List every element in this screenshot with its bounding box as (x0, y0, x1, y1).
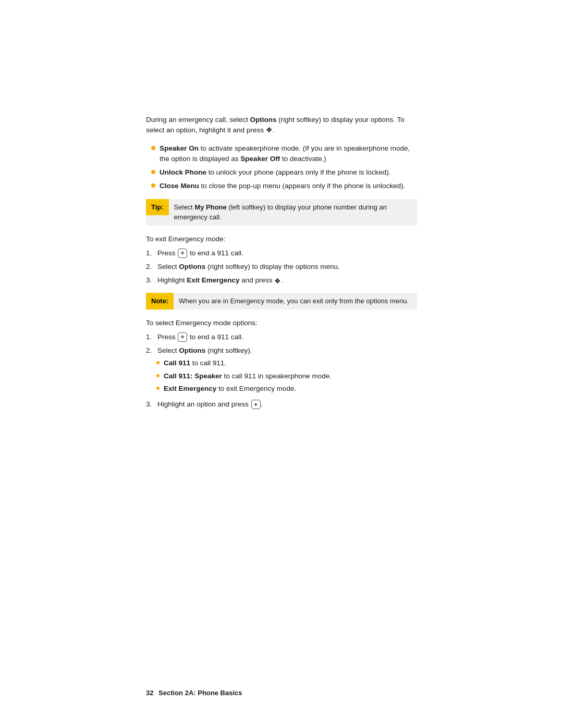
list-item: Close Menu to close the pop-up menu (app… (151, 181, 417, 191)
select-step-3-text: Highlight an option and press ●. (157, 399, 263, 410)
tip-content: Select My Phone (left softkey) to displa… (169, 199, 417, 226)
list-item: 2. Select Options (right softkey) to dis… (146, 262, 417, 272)
sub-bullet-3: Exit Emergency to exit Emergency mode. (164, 384, 296, 394)
page-footer: 32 Section 2A: Phone Basics (146, 689, 242, 697)
exit-step-1-text: Press ✈ to end a 911 call. (157, 248, 243, 258)
section-name: Section 2A: Phone Basics (158, 689, 242, 697)
main-bullet-list: Speaker On to activate speakerphone mode… (151, 143, 417, 192)
list-item: 1. Press ✈ to end a 911 call. (146, 332, 417, 342)
list-item: Speaker On to activate speakerphone mode… (151, 143, 417, 165)
page-number: 32 (146, 689, 153, 697)
intro-paragraph: During an emergency call, select Options… (146, 115, 417, 136)
bullet-dot-icon (151, 146, 155, 150)
list-item: 3. Highlight an option and press ●. (146, 399, 417, 410)
content-area: During an emergency call, select Options… (146, 115, 417, 410)
page: During an emergency call, select Options… (0, 0, 563, 728)
sub-bullet-dot-icon (156, 361, 160, 364)
list-item: 2. Select Options (right softkey). Call … (146, 346, 417, 396)
tip-label: Tip: (146, 199, 169, 216)
bullet-item-2-text: Unlock Phone to unlock your phone (appea… (160, 167, 390, 178)
select-step-1-text: Press ✈ to end a 911 call. (157, 332, 243, 342)
select-section-heading: To select Emergency mode options: (146, 319, 417, 327)
end-call-icon-2: ✈ (178, 332, 187, 342)
note-content: When you are in Emergency mode, you can … (174, 293, 417, 310)
list-item: Unlock Phone to unlock your phone (appea… (151, 167, 417, 178)
exit-section-heading: To exit Emergency mode: (146, 235, 417, 243)
sub-bullet-2: Call 911: Speaker to call 911 in speaker… (164, 371, 332, 381)
select-steps-list: 1. Press ✈ to end a 911 call. 2. Select … (146, 332, 417, 410)
sub-bullet-dot-icon (156, 374, 160, 377)
exit-steps-list: 1. Press ✈ to end a 911 call. 2. Select … (146, 248, 417, 286)
bullet-item-1-text: Speaker On to activate speakerphone mode… (160, 143, 417, 165)
end-call-icon: ✈ (178, 249, 187, 258)
nav-center-icon: ❖ (274, 276, 282, 283)
list-item: 3. Highlight Exit Emergency and press ❖. (146, 275, 417, 286)
list-item: 1. Press ✈ to end a 911 call. (146, 248, 417, 258)
list-item: Call 911: Speaker to call 911 in speaker… (156, 371, 332, 381)
note-box: Note: When you are in Emergency mode, yo… (146, 293, 417, 310)
exit-step-3-text: Highlight Exit Emergency and press ❖. (157, 275, 284, 286)
list-item: Call 911 to call 911. (156, 358, 332, 368)
tip-box: Tip: Select My Phone (left softkey) to d… (146, 199, 417, 226)
note-label: Note: (146, 293, 174, 310)
exit-step-2-text: Select Options (right softkey) to displa… (157, 262, 340, 272)
bullet-dot-icon (151, 183, 155, 188)
select-step-2-text: Select Options (right softkey). (157, 346, 252, 356)
intro-bold-1: Options (250, 116, 277, 124)
nav-symbol-intro: ❖ (266, 126, 273, 134)
tip-text-1: Select (174, 203, 195, 211)
bullet-item-3-text: Close Menu to close the pop-up menu (app… (160, 181, 405, 191)
intro-text-1: During an emergency call, select (146, 116, 250, 124)
bullet-dot-icon (151, 170, 155, 174)
sub-bullet-dot-icon (156, 387, 160, 390)
sub-bullet-1: Call 911 to call 911. (164, 358, 226, 368)
intro-text-3: . (273, 126, 275, 134)
sub-bullet-list: Call 911 to call 911. Call 911: Speaker … (156, 358, 332, 396)
list-item: Exit Emergency to exit Emergency mode. (156, 384, 332, 394)
tip-bold-1: My Phone (194, 203, 226, 211)
center-nav-icon: ● (251, 400, 261, 409)
